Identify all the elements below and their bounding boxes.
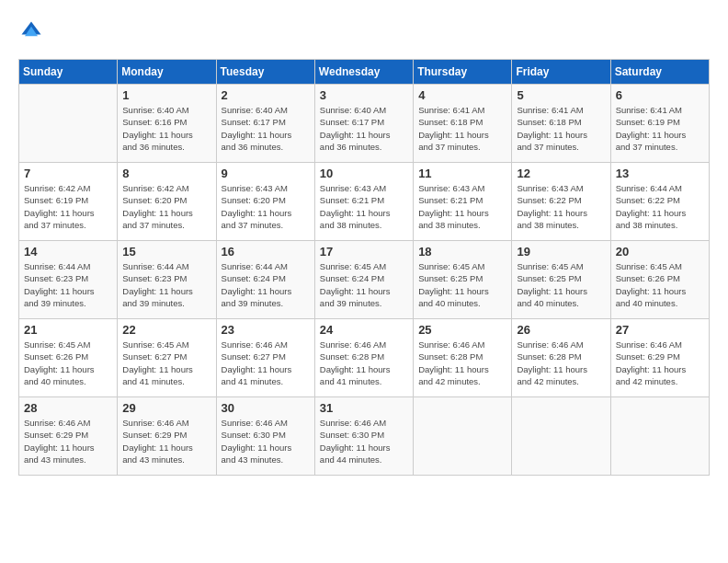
day-number: 23	[222, 323, 310, 337]
day-number: 30	[222, 401, 310, 415]
day-info: Sunrise: 6:44 AMSunset: 6:23 PMDaylight:…	[122, 260, 210, 309]
day-info: Sunrise: 6:46 AMSunset: 6:29 PMDaylight:…	[122, 417, 210, 465]
day-info: Sunrise: 6:41 AMSunset: 6:18 PMDaylight:…	[418, 104, 506, 153]
day-number: 8	[122, 167, 210, 180]
day-info: Sunrise: 6:46 AMSunset: 6:30 PMDaylight:…	[222, 417, 310, 465]
calendar-cell: 7Sunrise: 6:42 AMSunset: 6:19 PMDaylight…	[19, 163, 118, 241]
day-info: Sunrise: 6:42 AMSunset: 6:20 PMDaylight:…	[122, 182, 210, 231]
day-info: Sunrise: 6:46 AMSunset: 6:28 PMDaylight:…	[320, 339, 408, 387]
day-info: Sunrise: 6:40 AMSunset: 6:17 PMDaylight:…	[222, 104, 310, 153]
calendar-cell: 31Sunrise: 6:46 AMSunset: 6:30 PMDayligh…	[314, 397, 413, 476]
day-info: Sunrise: 6:46 AMSunset: 6:27 PMDaylight:…	[222, 339, 310, 387]
calendar-cell: 30Sunrise: 6:46 AMSunset: 6:30 PMDayligh…	[216, 397, 314, 476]
calendar-cell	[19, 85, 118, 163]
logo-icon	[18, 18, 44, 44]
column-header-thursday: Thursday	[414, 60, 512, 85]
day-info: Sunrise: 6:45 AMSunset: 6:24 PMDaylight:…	[320, 260, 408, 309]
day-number: 1	[122, 88, 210, 102]
calendar-table: SundayMondayTuesdayWednesdayThursdayFrid…	[18, 59, 710, 476]
calendar-header-row: SundayMondayTuesdayWednesdayThursdayFrid…	[19, 60, 710, 85]
day-info: Sunrise: 6:45 AMSunset: 6:26 PMDaylight:…	[616, 260, 704, 309]
day-info: Sunrise: 6:42 AMSunset: 6:19 PMDaylight:…	[24, 182, 112, 231]
page-header	[18, 18, 710, 44]
day-number: 7	[24, 167, 112, 180]
column-header-wednesday: Wednesday	[314, 60, 413, 85]
day-number: 2	[222, 88, 310, 102]
column-header-monday: Monday	[118, 60, 216, 85]
calendar-cell	[414, 397, 512, 476]
day-number: 20	[616, 245, 704, 259]
day-number: 6	[616, 88, 704, 102]
day-info: Sunrise: 6:40 AMSunset: 6:16 PMDaylight:…	[122, 104, 210, 153]
day-number: 28	[24, 401, 112, 415]
calendar-cell: 10Sunrise: 6:43 AMSunset: 6:21 PMDayligh…	[314, 163, 413, 241]
calendar-week-5: 28Sunrise: 6:46 AMSunset: 6:29 PMDayligh…	[19, 397, 710, 476]
calendar-cell: 24Sunrise: 6:46 AMSunset: 6:28 PMDayligh…	[314, 319, 413, 397]
calendar-cell: 9Sunrise: 6:43 AMSunset: 6:20 PMDaylight…	[216, 163, 314, 241]
calendar-cell: 28Sunrise: 6:46 AMSunset: 6:29 PMDayligh…	[19, 397, 118, 476]
day-info: Sunrise: 6:45 AMSunset: 6:27 PMDaylight:…	[122, 339, 210, 387]
day-number: 12	[517, 167, 605, 180]
calendar-cell: 27Sunrise: 6:46 AMSunset: 6:29 PMDayligh…	[610, 319, 709, 397]
calendar-cell: 12Sunrise: 6:43 AMSunset: 6:22 PMDayligh…	[512, 163, 610, 241]
calendar-week-3: 14Sunrise: 6:44 AMSunset: 6:23 PMDayligh…	[19, 241, 710, 319]
day-number: 16	[222, 245, 310, 259]
calendar-cell: 18Sunrise: 6:45 AMSunset: 6:25 PMDayligh…	[414, 241, 512, 319]
calendar-cell: 15Sunrise: 6:44 AMSunset: 6:23 PMDayligh…	[118, 241, 216, 319]
day-number: 26	[517, 323, 605, 337]
day-number: 11	[418, 167, 506, 180]
day-info: Sunrise: 6:46 AMSunset: 6:28 PMDaylight:…	[517, 339, 605, 387]
calendar-cell: 5Sunrise: 6:41 AMSunset: 6:18 PMDaylight…	[512, 85, 610, 163]
day-number: 13	[616, 167, 704, 180]
day-info: Sunrise: 6:44 AMSunset: 6:22 PMDaylight:…	[616, 182, 704, 231]
day-number: 24	[320, 323, 408, 337]
day-info: Sunrise: 6:40 AMSunset: 6:17 PMDaylight:…	[320, 104, 408, 153]
calendar-cell: 25Sunrise: 6:46 AMSunset: 6:28 PMDayligh…	[414, 319, 512, 397]
calendar-cell: 16Sunrise: 6:44 AMSunset: 6:24 PMDayligh…	[216, 241, 314, 319]
day-info: Sunrise: 6:41 AMSunset: 6:19 PMDaylight:…	[616, 104, 704, 153]
calendar-cell: 23Sunrise: 6:46 AMSunset: 6:27 PMDayligh…	[216, 319, 314, 397]
calendar-cell: 1Sunrise: 6:40 AMSunset: 6:16 PMDaylight…	[118, 85, 216, 163]
day-number: 27	[616, 323, 704, 337]
calendar-cell: 19Sunrise: 6:45 AMSunset: 6:25 PMDayligh…	[512, 241, 610, 319]
day-info: Sunrise: 6:45 AMSunset: 6:25 PMDaylight:…	[418, 260, 506, 309]
calendar-cell: 8Sunrise: 6:42 AMSunset: 6:20 PMDaylight…	[118, 163, 216, 241]
day-number: 22	[122, 323, 210, 337]
day-number: 25	[418, 323, 506, 337]
calendar-week-2: 7Sunrise: 6:42 AMSunset: 6:19 PMDaylight…	[19, 163, 710, 241]
day-number: 29	[122, 401, 210, 415]
day-number: 14	[24, 245, 112, 259]
calendar-cell	[512, 397, 610, 476]
day-number: 31	[320, 401, 408, 415]
calendar-cell: 14Sunrise: 6:44 AMSunset: 6:23 PMDayligh…	[19, 241, 118, 319]
day-info: Sunrise: 6:44 AMSunset: 6:23 PMDaylight:…	[24, 260, 112, 309]
calendar-week-4: 21Sunrise: 6:45 AMSunset: 6:26 PMDayligh…	[19, 319, 710, 397]
day-info: Sunrise: 6:46 AMSunset: 6:30 PMDaylight:…	[320, 417, 408, 465]
day-number: 17	[320, 245, 408, 259]
day-info: Sunrise: 6:43 AMSunset: 6:22 PMDaylight:…	[517, 182, 605, 231]
calendar-cell	[610, 397, 709, 476]
day-number: 4	[418, 88, 506, 102]
day-info: Sunrise: 6:44 AMSunset: 6:24 PMDaylight:…	[222, 260, 310, 309]
day-info: Sunrise: 6:43 AMSunset: 6:21 PMDaylight:…	[320, 182, 408, 231]
calendar-cell: 22Sunrise: 6:45 AMSunset: 6:27 PMDayligh…	[118, 319, 216, 397]
day-number: 18	[418, 245, 506, 259]
day-number: 19	[517, 245, 605, 259]
column-header-tuesday: Tuesday	[216, 60, 314, 85]
calendar-cell: 6Sunrise: 6:41 AMSunset: 6:19 PMDaylight…	[610, 85, 709, 163]
day-number: 21	[24, 323, 112, 337]
day-info: Sunrise: 6:43 AMSunset: 6:20 PMDaylight:…	[222, 182, 310, 231]
day-info: Sunrise: 6:46 AMSunset: 6:29 PMDaylight:…	[24, 417, 112, 465]
calendar-cell: 29Sunrise: 6:46 AMSunset: 6:29 PMDayligh…	[118, 397, 216, 476]
logo	[18, 18, 48, 44]
day-number: 5	[517, 88, 605, 102]
day-info: Sunrise: 6:46 AMSunset: 6:28 PMDaylight:…	[418, 339, 506, 387]
column-header-sunday: Sunday	[19, 60, 118, 85]
calendar-cell: 21Sunrise: 6:45 AMSunset: 6:26 PMDayligh…	[19, 319, 118, 397]
day-number: 15	[122, 245, 210, 259]
day-info: Sunrise: 6:46 AMSunset: 6:29 PMDaylight:…	[616, 339, 704, 387]
calendar-cell: 13Sunrise: 6:44 AMSunset: 6:22 PMDayligh…	[610, 163, 709, 241]
calendar-cell: 17Sunrise: 6:45 AMSunset: 6:24 PMDayligh…	[314, 241, 413, 319]
calendar-cell: 3Sunrise: 6:40 AMSunset: 6:17 PMDaylight…	[314, 85, 413, 163]
day-number: 9	[222, 167, 310, 180]
